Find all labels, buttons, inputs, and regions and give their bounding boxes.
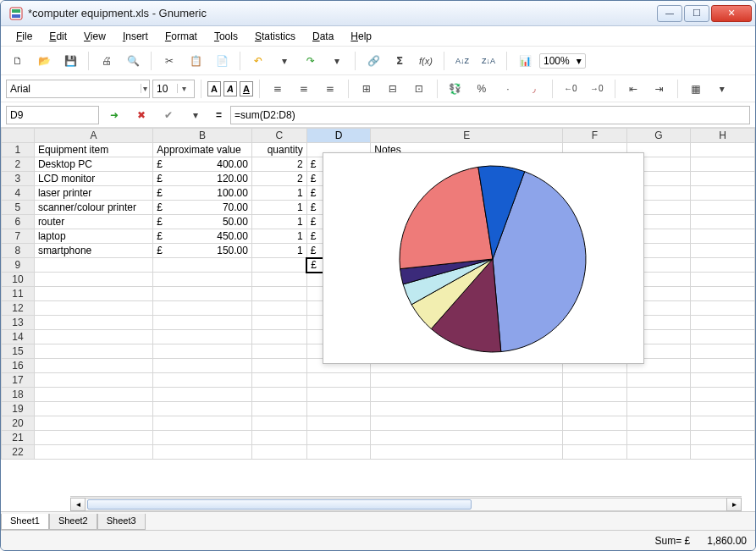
new-button[interactable]: 🗋 bbox=[6, 50, 30, 72]
cell-reference-input[interactable] bbox=[7, 107, 81, 124]
col-header-H[interactable]: H bbox=[691, 129, 755, 143]
merge-button[interactable]: ⊟ bbox=[381, 78, 405, 100]
accounting-button[interactable]: ٫ bbox=[522, 78, 546, 100]
scroll-right-button[interactable]: ▸ bbox=[726, 498, 742, 511]
copy-button[interactable]: 📋 bbox=[184, 50, 207, 72]
row-header[interactable]: 15 bbox=[2, 344, 35, 359]
paste-button[interactable]: 📄 bbox=[210, 50, 234, 72]
row-header[interactable]: 5 bbox=[2, 201, 35, 215]
menu-statistics[interactable]: Statistics bbox=[248, 28, 302, 45]
menu-insert[interactable]: Insert bbox=[116, 28, 155, 45]
cell[interactable] bbox=[251, 258, 306, 273]
inc-indent-button[interactable]: ⇥ bbox=[648, 78, 671, 100]
zoom-combo[interactable]: 100% ▾ bbox=[539, 53, 586, 69]
save-button[interactable]: 💾 bbox=[58, 50, 82, 72]
row-header[interactable]: 3 bbox=[2, 172, 35, 186]
cell[interactable]: £450.00 bbox=[153, 229, 252, 244]
horizontal-scrollbar[interactable]: ◂ ▸ bbox=[70, 496, 742, 511]
cell[interactable]: laser printer bbox=[34, 186, 152, 201]
redo-drop[interactable]: ▾ bbox=[325, 50, 349, 72]
borders-button[interactable]: ▦ bbox=[684, 78, 708, 100]
align-center-button[interactable]: ≡ bbox=[292, 78, 316, 100]
row-header[interactable]: 12 bbox=[2, 301, 35, 316]
menu-edit[interactable]: Edit bbox=[42, 28, 74, 45]
inc-decimals-button[interactable]: ←0 bbox=[559, 78, 582, 100]
sum-button[interactable]: Σ bbox=[388, 50, 411, 72]
row-header[interactable]: 8 bbox=[2, 244, 35, 258]
tab-sheet2[interactable]: Sheet2 bbox=[49, 514, 97, 530]
cell[interactable]: quantity bbox=[251, 143, 306, 157]
undo-drop[interactable]: ▾ bbox=[273, 50, 296, 72]
scroll-left-button[interactable]: ◂ bbox=[70, 498, 86, 511]
cell[interactable]: Desktop PC bbox=[34, 157, 152, 172]
cell[interactable]: 1 bbox=[251, 215, 306, 229]
font-size-input[interactable] bbox=[153, 80, 177, 97]
accept-drop[interactable]: ▾ bbox=[184, 104, 207, 126]
cell[interactable]: £70.00 bbox=[153, 201, 252, 215]
function-button[interactable]: f(x) bbox=[414, 50, 438, 72]
cell[interactable]: 2 bbox=[251, 172, 306, 186]
cell[interactable]: £150.00 bbox=[153, 244, 252, 258]
col-header-E[interactable]: E bbox=[371, 129, 563, 143]
row-header[interactable]: 13 bbox=[2, 316, 35, 330]
col-header-D[interactable]: D bbox=[306, 129, 371, 143]
close-button[interactable]: ✕ bbox=[711, 5, 752, 22]
align-left-button[interactable]: ≡ bbox=[266, 78, 290, 100]
print-preview-button[interactable]: 🔍 bbox=[121, 50, 145, 72]
italic-button[interactable]: A bbox=[223, 81, 237, 96]
menu-file[interactable]: File bbox=[9, 28, 39, 45]
dec-decimals-button[interactable]: →0 bbox=[585, 78, 609, 100]
font-name-combo[interactable]: ▾ bbox=[6, 80, 150, 98]
row-header[interactable]: 14 bbox=[2, 330, 35, 344]
cell-reference-combo[interactable] bbox=[6, 106, 99, 124]
menu-data[interactable]: Data bbox=[306, 28, 340, 45]
grid[interactable]: ABCDEFGH1Equipment itemApproximate value… bbox=[1, 128, 755, 511]
col-header-B[interactable]: B bbox=[153, 129, 252, 143]
goto-button[interactable]: ➜ bbox=[102, 104, 126, 126]
cell[interactable]: 1 bbox=[251, 201, 306, 215]
maximize-button[interactable]: ☐ bbox=[684, 5, 709, 22]
row-header[interactable]: 11 bbox=[2, 287, 35, 301]
row-header[interactable]: 7 bbox=[2, 229, 35, 244]
tab-sheet1[interactable]: Sheet1 bbox=[1, 514, 49, 530]
menu-view[interactable]: View bbox=[77, 28, 113, 45]
col-header-F[interactable]: F bbox=[563, 129, 627, 143]
font-size-combo[interactable]: ▾ bbox=[152, 80, 195, 98]
menu-format[interactable]: Format bbox=[158, 28, 204, 45]
chart-button[interactable]: 📊 bbox=[513, 50, 537, 72]
tab-sheet3[interactable]: Sheet3 bbox=[97, 514, 146, 530]
cell[interactable]: £400.00 bbox=[153, 157, 252, 172]
row-header[interactable]: 20 bbox=[2, 416, 35, 431]
cell[interactable] bbox=[34, 258, 152, 273]
cell[interactable]: scanner/colour printer bbox=[34, 201, 152, 215]
cell[interactable]: laptop bbox=[34, 229, 152, 244]
cancel-edit-button[interactable]: ✖ bbox=[130, 104, 153, 126]
row-header[interactable]: 17 bbox=[2, 373, 35, 388]
open-button[interactable]: 📂 bbox=[32, 50, 56, 72]
cell[interactable]: 1 bbox=[251, 229, 306, 244]
bold-button[interactable]: A bbox=[207, 81, 221, 96]
col-header-A[interactable]: A bbox=[34, 129, 152, 143]
percent-button[interactable]: % bbox=[470, 78, 494, 100]
cell[interactable] bbox=[153, 258, 252, 273]
cell[interactable]: router bbox=[34, 215, 152, 229]
cell[interactable]: £100.00 bbox=[153, 186, 252, 201]
row-header[interactable]: 16 bbox=[2, 359, 35, 373]
hyperlink-button[interactable]: 🔗 bbox=[361, 50, 385, 72]
cell[interactable]: £120.00 bbox=[153, 172, 252, 186]
formula-input[interactable] bbox=[231, 107, 749, 124]
redo-button[interactable]: ↷ bbox=[299, 50, 323, 72]
cell[interactable]: LCD monitor bbox=[34, 172, 152, 186]
minimize-button[interactable]: — bbox=[657, 5, 682, 22]
chart-object[interactable] bbox=[323, 152, 644, 364]
sort-asc-button[interactable]: A↓Z bbox=[450, 50, 474, 72]
borders-drop[interactable]: ▾ bbox=[710, 78, 734, 100]
row-header[interactable]: 21 bbox=[2, 431, 35, 445]
scroll-thumb[interactable] bbox=[87, 499, 472, 510]
row-header[interactable]: 6 bbox=[2, 215, 35, 229]
cell[interactable]: smartphone bbox=[34, 244, 152, 258]
menu-tools[interactable]: Tools bbox=[207, 28, 245, 45]
undo-button[interactable]: ↶ bbox=[246, 50, 270, 72]
scroll-track[interactable] bbox=[86, 498, 726, 511]
row-header[interactable]: 19 bbox=[2, 402, 35, 416]
